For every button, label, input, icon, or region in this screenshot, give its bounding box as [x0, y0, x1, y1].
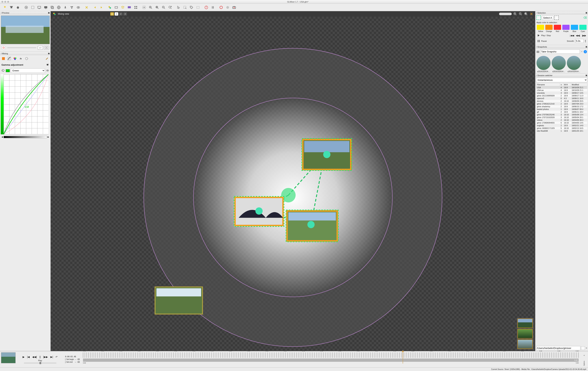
color-red[interactable]: Red	[554, 24, 562, 33]
bright-right-arrow[interactable]: ▶	[48, 136, 49, 138]
zoom-reset-button[interactable]	[161, 4, 167, 11]
render-output-button[interactable]	[43, 4, 49, 11]
source-node[interactable]	[286, 210, 338, 242]
table-header[interactable]: Filename	[536, 83, 560, 86]
workspace-3[interactable]: 3	[123, 12, 127, 16]
rewind-button[interactable]: ◀◀|	[32, 355, 37, 358]
table-row[interactable]: basket photos116:918/06/07 08:4	[536, 108, 587, 111]
reset-begin-button[interactable]: ⌫	[77, 358, 80, 360]
prev-source-button[interactable]	[92, 4, 98, 11]
collapse-icon[interactable]: ⊙	[1, 12, 2, 14]
fforward-button[interactable]: |▶▶	[43, 355, 48, 358]
play-button[interactable]: ▶	[23, 355, 25, 358]
session-path-input[interactable]	[536, 346, 580, 350]
table-row[interactable]: glmix 170808094655616:1018/04/05 13:5	[536, 121, 587, 124]
canvas-zoom-reset[interactable]	[529, 12, 533, 16]
popout-icon[interactable]: ▣	[586, 11, 587, 14]
loop-button[interactable]: ↶	[55, 355, 58, 358]
bright-left-arrow[interactable]: ◀	[1, 136, 3, 138]
record-snapshot-button[interactable]	[231, 4, 237, 11]
output-power-button[interactable]	[1, 46, 6, 50]
plugin-tab[interactable]	[25, 57, 29, 61]
settings-button[interactable]	[141, 4, 147, 11]
clear-path-button[interactable]: ✕	[586, 347, 587, 349]
clone-source-button[interactable]	[49, 4, 55, 11]
source-node[interactable]	[234, 197, 284, 226]
gamma-curve-editor[interactable]: 1.12	[1, 74, 48, 134]
canvas-zoom-in[interactable]	[513, 12, 517, 16]
set-begin-marker[interactable]: [	[65, 358, 66, 360]
workspace-2[interactable]: 2	[119, 12, 123, 16]
algorithm-source-button[interactable]	[30, 4, 36, 11]
collapse-icon[interactable]: ⊙	[536, 12, 537, 14]
popout-icon[interactable]: ▣	[48, 52, 50, 55]
web-source-button[interactable]	[56, 4, 62, 11]
table-header[interactable]: Modified	[571, 83, 587, 86]
visibility-toggle[interactable]	[46, 69, 49, 72]
tl-sidebar-a[interactable]: A	[583, 355, 585, 356]
table-row[interactable]: devices216:1018/08/09 20:5	[536, 100, 587, 103]
table-row[interactable]: obe RealiSM116:918/01/25 18:1	[536, 130, 587, 132]
aspect-expand-button[interactable]	[44, 46, 49, 50]
fx-tab[interactable]: fx	[19, 57, 23, 61]
record-button[interactable]	[218, 4, 224, 11]
table-row[interactable]: svgtests216:918/02/21 14:0	[536, 124, 587, 127]
shm-source-button[interactable]	[69, 4, 75, 11]
canvas-zoom-fit[interactable]	[524, 12, 528, 16]
canvas-zoom-out[interactable]	[519, 12, 523, 16]
render-view-button[interactable]	[126, 4, 132, 11]
reset-curve-button[interactable]	[1, 69, 5, 73]
color-tab[interactable]	[13, 57, 17, 61]
stream-source-button[interactable]	[75, 4, 81, 11]
table-row[interactable]: glmix 170816212142216:918/07/04 23:3	[536, 103, 587, 105]
channel-select[interactable]: Green	[11, 68, 45, 73]
svg-source-button[interactable]	[62, 4, 68, 11]
camera-source-button[interactable]	[23, 4, 29, 11]
delete-source-button[interactable]	[84, 4, 90, 11]
transport-start[interactable]: |◀◀	[570, 34, 574, 37]
catalog-button[interactable]	[133, 4, 139, 11]
popout-icon[interactable]: ▣	[586, 46, 587, 48]
snapshot-item[interactable]: s2018102914…	[536, 56, 551, 73]
layer-view-button[interactable]	[120, 4, 126, 11]
take-snapshot-button[interactable]: Take Snapsho	[540, 50, 580, 54]
table-row[interactable]: USA sw416:918/10/28 21:1	[536, 89, 587, 92]
table-row[interactable]: opencv004:318/08/11 16:0	[536, 97, 587, 100]
workspace-home[interactable]: ⊞	[110, 12, 114, 16]
table-row[interactable]: virandola316:918/08/17 14:5	[536, 92, 587, 94]
smooth-stepper[interactable]: ▲▼	[585, 39, 586, 43]
workspace-tabs[interactable]: ⊞ 1 2 3	[110, 12, 127, 16]
collapse-icon[interactable]: ⊙	[1, 53, 2, 54]
pause-button[interactable]: ∥	[39, 355, 41, 358]
to-start-button[interactable]: |◀	[27, 355, 30, 358]
color-blue[interactable]: Blue	[570, 24, 578, 33]
geom-view-button[interactable]	[113, 4, 119, 11]
table-header[interactable]: n	[560, 83, 563, 86]
basket-button[interactable]	[15, 4, 21, 11]
popout-icon[interactable]: ▣	[586, 74, 587, 76]
collapse-icon[interactable]: ⊙	[536, 74, 537, 76]
to-end-button[interactable]: ▶|	[51, 355, 53, 358]
color-orange[interactable]: Orange	[545, 24, 553, 33]
minimize-window-icon[interactable]	[4, 1, 6, 3]
pause-output-button[interactable]	[210, 4, 216, 11]
output-toggle-button[interactable]	[203, 4, 209, 11]
source-thumb[interactable]	[517, 339, 533, 349]
select-all-button[interactable]: Select A	[542, 16, 553, 20]
tl-sidebar-options[interactable]: Options	[583, 361, 585, 366]
output-fader[interactable]	[7, 47, 36, 48]
transport-next[interactable]: |▶▶	[582, 34, 586, 37]
snapshot-tool-button[interactable]	[195, 4, 201, 11]
clear-selection-button[interactable]: ⌫	[583, 16, 587, 19]
select-tool-button[interactable]	[182, 4, 188, 11]
snapshot-item[interactable]: s2018102914…	[552, 56, 566, 73]
close-window-icon[interactable]	[1, 1, 3, 3]
table-header[interactable]: W:H	[563, 83, 571, 86]
gamma-tab[interactable]	[7, 57, 11, 61]
alpha-tab[interactable]	[1, 57, 5, 61]
collapse-icon[interactable]: ⊙	[536, 46, 537, 48]
table-row[interactable]: gif216:918/05/11 18:2	[536, 111, 587, 113]
browse-path-button[interactable]: ⋯	[581, 346, 585, 350]
table-row[interactable]: glmix 170709225246316:1018/05/08 13:4	[536, 113, 587, 116]
cursor-tool-button[interactable]	[175, 4, 181, 11]
